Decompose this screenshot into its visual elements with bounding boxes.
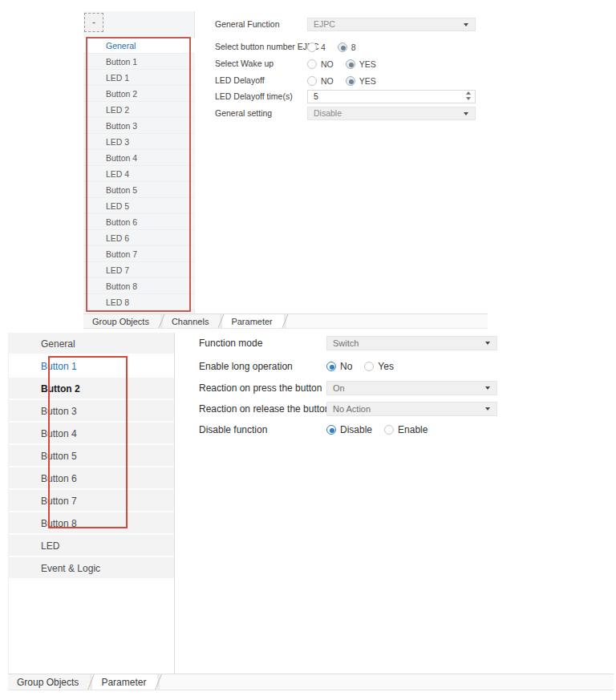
spinner-down-icon[interactable] <box>466 97 471 100</box>
general-function-dropdown[interactable]: EJPC <box>307 18 476 31</box>
radio-option-yes[interactable]: YES <box>346 76 376 86</box>
reaction-press-dropdown[interactable]: On <box>326 381 497 395</box>
radio-selected-icon <box>346 59 355 69</box>
sidebar-item-button-8[interactable]: Button 8 <box>9 512 174 535</box>
param-label: Select button number EJPC <box>215 40 306 54</box>
radio-label: 4 <box>321 42 326 52</box>
radio-selected-icon <box>326 425 336 435</box>
wake-up-radio-group: NO YES <box>307 57 476 71</box>
sidebar-item-event-logic[interactable]: Event & Logic <box>9 557 174 580</box>
radio-label: NO <box>321 76 334 86</box>
sidebar-item-led-7[interactable]: LED 7 <box>83 262 195 278</box>
sidebar-item-button-2[interactable]: Button 2 <box>9 378 174 400</box>
radio-label: NO <box>321 59 334 69</box>
radio-icon <box>307 76 317 86</box>
radio-option-yes[interactable]: YES <box>346 59 376 69</box>
sidebar-item-led-4[interactable]: LED 4 <box>83 166 195 182</box>
param-label: Reaction on release the button <box>199 402 326 416</box>
spinner-up-icon[interactable] <box>466 91 471 95</box>
param-label: General Function <box>215 18 306 31</box>
sidebar-item-button-1[interactable]: Button 1 <box>9 355 174 378</box>
radio-selected-icon <box>346 76 355 86</box>
tab-parameter[interactable]: Parameter <box>222 314 283 328</box>
radio-selected-icon <box>338 42 347 52</box>
radio-label: YES <box>359 59 376 69</box>
radio-option-no[interactable]: NO <box>307 76 334 86</box>
param-label: General setting <box>215 107 306 120</box>
radio-option-no[interactable]: NO <box>307 59 334 69</box>
radio-option-disable[interactable]: Disable <box>326 424 372 435</box>
sidebar-item-button-6[interactable]: Button 6 <box>83 214 195 230</box>
tab-bar-filler <box>286 314 488 328</box>
param-label: Enable long operation <box>199 359 326 374</box>
sidebar-item-general[interactable]: General <box>83 38 195 54</box>
chevron-down-icon <box>464 112 468 115</box>
spinner-value: 5 <box>314 91 318 103</box>
sidebar-item-led-8[interactable]: LED 8 <box>83 294 195 310</box>
sidebar-item-led[interactable]: LED <box>9 535 174 557</box>
tree-collapse-button[interactable]: - <box>84 13 103 32</box>
top-tab-bar: Group Objects Channels Parameter <box>83 314 488 329</box>
sidebar-item-button-4[interactable]: Button 4 <box>9 423 174 445</box>
param-label: Select Wake up <box>215 57 306 71</box>
sidebar-item-led-2[interactable]: LED 2 <box>83 102 195 118</box>
sidebar-item-button-1[interactable]: Button 1 <box>83 54 195 70</box>
sidebar-item-button-4[interactable]: Button 4 <box>83 150 195 166</box>
tab-bar-filler <box>160 674 614 690</box>
chevron-down-icon <box>464 23 468 26</box>
sidebar-item-button-7[interactable]: Button 7 <box>83 246 195 262</box>
radio-option-yes[interactable]: Yes <box>364 361 394 372</box>
param-label: Function mode <box>199 336 326 350</box>
disable-function-radio-group: Disable Enable <box>326 423 497 437</box>
screen: - General Button 1 LED 1 Button 2 LED 2 … <box>0 0 616 700</box>
radio-label: 8 <box>351 42 356 52</box>
bottom-tab-bar: Group Objects Parameter <box>8 674 614 690</box>
led-delayoff-time-input[interactable]: 5 <box>307 90 476 103</box>
param-label: Reaction on press the button <box>199 381 326 395</box>
top-sidebar-list: General Button 1 LED 1 Button 2 LED 2 Bu… <box>83 38 195 310</box>
sidebar-item-led-5[interactable]: LED 5 <box>83 198 195 214</box>
tab-channels[interactable]: Channels <box>163 314 220 328</box>
tab-group-objects[interactable]: Group Objects <box>83 314 160 328</box>
dropdown-value: Disable <box>314 107 342 119</box>
dropdown-value: Switch <box>333 337 359 350</box>
general-setting-dropdown[interactable]: Disable <box>307 107 476 120</box>
reaction-release-dropdown[interactable]: No Action <box>326 402 497 416</box>
sidebar-item-button-7[interactable]: Button 7 <box>9 490 174 512</box>
radio-label: Disable <box>340 424 372 435</box>
sidebar-item-button-5[interactable]: Button 5 <box>83 182 195 198</box>
radio-option-8[interactable]: 8 <box>338 42 356 52</box>
sidebar-item-led-6[interactable]: LED 6 <box>83 230 195 246</box>
radio-option-no[interactable]: No <box>326 361 352 372</box>
tab-parameter[interactable]: Parameter <box>92 674 157 690</box>
radio-icon <box>364 362 374 371</box>
radio-label: Yes <box>378 361 394 372</box>
sidebar-item-button-8[interactable]: Button 8 <box>83 278 195 294</box>
sidebar-item-led-3[interactable]: LED 3 <box>83 134 195 150</box>
radio-selected-icon <box>326 362 336 371</box>
sidebar-item-button-5[interactable]: Button 5 <box>9 445 174 467</box>
long-operation-radio-group: No Yes <box>326 359 497 374</box>
dropdown-value: EJPC <box>314 18 335 30</box>
chevron-down-icon <box>485 342 490 345</box>
tab-group-objects[interactable]: Group Objects <box>8 674 90 690</box>
sidebar-item-button-3[interactable]: Button 3 <box>83 118 195 134</box>
radio-option-enable[interactable]: Enable <box>384 424 428 435</box>
radio-option-4[interactable]: 4 <box>307 42 326 52</box>
param-label: LED Delayoff time(s) <box>215 90 306 103</box>
sidebar-item-button-3[interactable]: Button 3 <box>9 400 174 423</box>
radio-icon <box>307 42 317 52</box>
function-mode-dropdown[interactable]: Switch <box>326 336 497 350</box>
sidebar-item-led-1[interactable]: LED 1 <box>83 70 195 86</box>
param-label: LED Delayoff <box>215 74 306 87</box>
sidebar-item-button-2[interactable]: Button 2 <box>83 86 195 102</box>
sidebar-item-general[interactable]: General <box>9 333 174 355</box>
radio-label: Enable <box>398 424 428 435</box>
sidebar-item-button-6[interactable]: Button 6 <box>9 467 174 490</box>
dropdown-value: On <box>333 382 345 395</box>
dropdown-value: No Action <box>333 403 371 415</box>
chevron-down-icon <box>485 407 490 411</box>
bottom-sidebar: General Button 1 Button 2 Button 3 Butto… <box>8 333 175 674</box>
radio-icon <box>384 425 394 435</box>
chevron-down-icon <box>485 386 490 390</box>
